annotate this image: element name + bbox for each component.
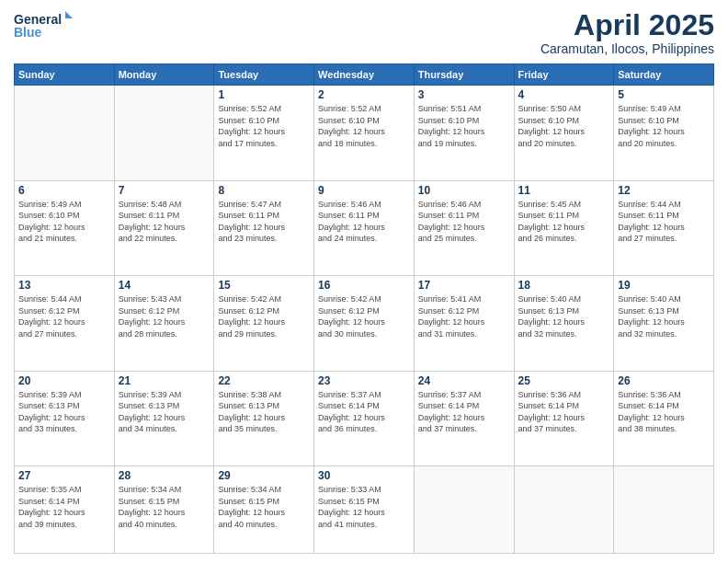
day-detail: Sunrise: 5:40 AM Sunset: 6:13 PM Dayligh… (518, 293, 610, 339)
day-number: 14 (119, 279, 210, 292)
day-number: 1 (218, 88, 310, 101)
day-detail: Sunrise: 5:40 AM Sunset: 6:13 PM Dayligh… (618, 293, 710, 339)
day-number: 17 (418, 279, 510, 292)
day-number: 5 (618, 88, 710, 101)
calendar-cell: 5Sunrise: 5:49 AM Sunset: 6:10 PM Daylig… (614, 86, 714, 180)
day-detail: Sunrise: 5:49 AM Sunset: 6:10 PM Dayligh… (18, 199, 110, 245)
calendar-cell (614, 466, 714, 554)
calendar-cell: 19Sunrise: 5:40 AM Sunset: 6:13 PM Dayli… (614, 276, 714, 371)
day-number: 13 (18, 279, 110, 292)
day-number: 4 (518, 88, 610, 101)
day-number: 2 (318, 88, 410, 101)
calendar-cell: 26Sunrise: 5:36 AM Sunset: 6:14 PM Dayli… (614, 371, 714, 465)
day-detail: Sunrise: 5:47 AM Sunset: 6:11 PM Dayligh… (218, 199, 310, 245)
calendar-cell: 23Sunrise: 5:37 AM Sunset: 6:14 PM Dayli… (314, 371, 415, 465)
day-number: 12 (618, 184, 710, 197)
day-number: 30 (318, 469, 410, 482)
calendar-cell: 11Sunrise: 5:45 AM Sunset: 6:11 PM Dayli… (514, 180, 614, 275)
calendar-cell: 15Sunrise: 5:42 AM Sunset: 6:12 PM Dayli… (214, 276, 314, 371)
col-header-tuesday: Tuesday (214, 64, 314, 86)
day-detail: Sunrise: 5:39 AM Sunset: 6:13 PM Dayligh… (119, 389, 210, 435)
calendar-cell: 24Sunrise: 5:37 AM Sunset: 6:14 PM Dayli… (414, 371, 514, 465)
calendar-cell (114, 86, 214, 180)
col-header-friday: Friday (514, 64, 614, 86)
calendar-cell: 2Sunrise: 5:52 AM Sunset: 6:10 PM Daylig… (314, 86, 415, 180)
day-number: 19 (618, 279, 710, 292)
page: GeneralBlue April 2025 Caramutan, Ilocos… (0, 0, 728, 563)
day-number: 7 (119, 184, 210, 197)
svg-text:Blue: Blue (14, 25, 42, 40)
col-header-thursday: Thursday (414, 64, 514, 86)
day-detail: Sunrise: 5:42 AM Sunset: 6:12 PM Dayligh… (318, 293, 410, 339)
day-number: 20 (18, 374, 110, 387)
calendar-cell: 21Sunrise: 5:39 AM Sunset: 6:13 PM Dayli… (114, 371, 214, 465)
calendar-cell: 25Sunrise: 5:36 AM Sunset: 6:14 PM Dayli… (514, 371, 614, 465)
logo-svg: GeneralBlue (14, 9, 74, 44)
day-detail: Sunrise: 5:46 AM Sunset: 6:11 PM Dayligh… (418, 199, 510, 245)
day-number: 6 (18, 184, 110, 197)
calendar-cell: 30Sunrise: 5:33 AM Sunset: 6:15 PM Dayli… (314, 466, 415, 554)
calendar-cell (414, 466, 514, 554)
calendar-table: SundayMondayTuesdayWednesdayThursdayFrid… (14, 63, 714, 554)
day-number: 26 (618, 374, 710, 387)
day-number: 25 (518, 374, 610, 387)
day-detail: Sunrise: 5:49 AM Sunset: 6:10 PM Dayligh… (618, 103, 710, 149)
day-number: 11 (518, 184, 610, 197)
calendar-cell: 7Sunrise: 5:48 AM Sunset: 6:11 PM Daylig… (114, 180, 214, 275)
day-number: 9 (318, 184, 410, 197)
day-detail: Sunrise: 5:33 AM Sunset: 6:15 PM Dayligh… (318, 484, 410, 530)
col-header-monday: Monday (114, 64, 214, 86)
day-detail: Sunrise: 5:48 AM Sunset: 6:11 PM Dayligh… (119, 199, 210, 245)
calendar-cell (514, 466, 614, 554)
calendar-cell: 22Sunrise: 5:38 AM Sunset: 6:13 PM Dayli… (214, 371, 314, 465)
calendar-cell: 6Sunrise: 5:49 AM Sunset: 6:10 PM Daylig… (15, 180, 115, 275)
calendar-cell: 8Sunrise: 5:47 AM Sunset: 6:11 PM Daylig… (214, 180, 314, 275)
day-detail: Sunrise: 5:44 AM Sunset: 6:12 PM Dayligh… (18, 293, 110, 339)
header: GeneralBlue April 2025 Caramutan, Ilocos… (14, 9, 714, 56)
day-detail: Sunrise: 5:42 AM Sunset: 6:12 PM Dayligh… (218, 293, 310, 339)
day-number: 24 (418, 374, 510, 387)
day-number: 3 (418, 88, 510, 101)
calendar-cell: 18Sunrise: 5:40 AM Sunset: 6:13 PM Dayli… (514, 276, 614, 371)
day-number: 27 (18, 469, 110, 482)
day-number: 15 (218, 279, 310, 292)
month-title: April 2025 (540, 9, 714, 41)
day-detail: Sunrise: 5:43 AM Sunset: 6:12 PM Dayligh… (119, 293, 210, 339)
day-detail: Sunrise: 5:35 AM Sunset: 6:14 PM Dayligh… (18, 484, 110, 530)
day-detail: Sunrise: 5:38 AM Sunset: 6:13 PM Dayligh… (218, 389, 310, 435)
day-detail: Sunrise: 5:34 AM Sunset: 6:15 PM Dayligh… (119, 484, 210, 530)
calendar-cell: 16Sunrise: 5:42 AM Sunset: 6:12 PM Dayli… (314, 276, 415, 371)
day-number: 18 (518, 279, 610, 292)
svg-marker-2 (65, 11, 73, 18)
calendar-cell: 9Sunrise: 5:46 AM Sunset: 6:11 PM Daylig… (314, 180, 415, 275)
day-detail: Sunrise: 5:36 AM Sunset: 6:14 PM Dayligh… (518, 389, 610, 435)
day-number: 16 (318, 279, 410, 292)
calendar-cell: 12Sunrise: 5:44 AM Sunset: 6:11 PM Dayli… (614, 180, 714, 275)
day-detail: Sunrise: 5:36 AM Sunset: 6:14 PM Dayligh… (618, 389, 710, 435)
location: Caramutan, Ilocos, Philippines (540, 41, 714, 56)
calendar-cell: 14Sunrise: 5:43 AM Sunset: 6:12 PM Dayli… (114, 276, 214, 371)
day-number: 23 (318, 374, 410, 387)
day-detail: Sunrise: 5:37 AM Sunset: 6:14 PM Dayligh… (318, 389, 410, 435)
day-number: 28 (119, 469, 210, 482)
day-number: 22 (218, 374, 310, 387)
day-detail: Sunrise: 5:34 AM Sunset: 6:15 PM Dayligh… (218, 484, 310, 530)
day-detail: Sunrise: 5:37 AM Sunset: 6:14 PM Dayligh… (418, 389, 510, 435)
day-detail: Sunrise: 5:39 AM Sunset: 6:13 PM Dayligh… (18, 389, 110, 435)
day-detail: Sunrise: 5:44 AM Sunset: 6:11 PM Dayligh… (618, 199, 710, 245)
day-detail: Sunrise: 5:51 AM Sunset: 6:10 PM Dayligh… (418, 103, 510, 149)
col-header-wednesday: Wednesday (314, 64, 415, 86)
calendar-cell: 10Sunrise: 5:46 AM Sunset: 6:11 PM Dayli… (414, 180, 514, 275)
day-number: 21 (119, 374, 210, 387)
day-detail: Sunrise: 5:52 AM Sunset: 6:10 PM Dayligh… (318, 103, 410, 149)
day-number: 10 (418, 184, 510, 197)
day-detail: Sunrise: 5:50 AM Sunset: 6:10 PM Dayligh… (518, 103, 610, 149)
day-detail: Sunrise: 5:46 AM Sunset: 6:11 PM Dayligh… (318, 199, 410, 245)
calendar-cell: 3Sunrise: 5:51 AM Sunset: 6:10 PM Daylig… (414, 86, 514, 180)
col-header-saturday: Saturday (614, 64, 714, 86)
day-detail: Sunrise: 5:45 AM Sunset: 6:11 PM Dayligh… (518, 199, 610, 245)
calendar-cell: 13Sunrise: 5:44 AM Sunset: 6:12 PM Dayli… (15, 276, 115, 371)
day-detail: Sunrise: 5:41 AM Sunset: 6:12 PM Dayligh… (418, 293, 510, 339)
calendar-cell (15, 86, 115, 180)
col-header-sunday: Sunday (15, 64, 115, 86)
